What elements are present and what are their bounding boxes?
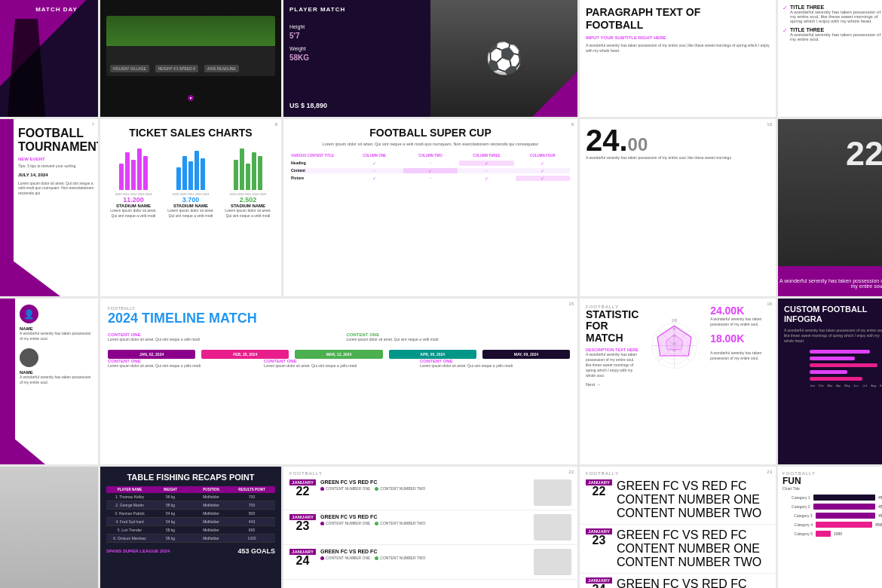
x-axis-labels: Jan Feb Mar Apr May Jun Jul Aug Sep xyxy=(784,384,882,387)
date-box-5: MAY, 09, 2024 xyxy=(482,350,570,359)
date-col-1: JANUARY 22 xyxy=(289,479,316,506)
row1-c4: ✓ xyxy=(459,161,513,166)
tl-item-2: FEB, 28, 2024 xyxy=(201,350,289,359)
timeline-content-top: CONTENT ONE Lorem ipsum dolor sit amet. … xyxy=(108,332,570,342)
table-head: PLAYER NAME WEIGHT POSITION RESULTS POIN… xyxy=(106,486,275,493)
bottom-text-3: Lorem ipsum dolor sit amet. Qui sint neq… xyxy=(420,363,570,369)
svg-text:100: 100 xyxy=(672,319,678,323)
player-info-1: HOLIDAY VILLAGE xyxy=(110,65,149,72)
dot-3-1 xyxy=(320,556,324,560)
match-inner: HOLIDAY VILLAGE HEIGHT 4'1 SPEED 8 AXIS … xyxy=(100,0,281,117)
dot-3-2 xyxy=(375,556,378,560)
match-info-2: GREEN FC VS RED FC CONTENT NUMBER ONE CO… xyxy=(320,514,529,541)
row3-c5: ✓ xyxy=(516,176,570,181)
day-3: 24 xyxy=(289,555,316,567)
player-number: 22 xyxy=(846,134,882,173)
row1-c3: - xyxy=(403,161,458,166)
statistic-cell: 16 FOOTBALLY STATISTIC FOR MATCH DESCRIP… xyxy=(580,299,776,464)
statistic-desc: A wonderful serenity has taken possessio… xyxy=(586,352,639,378)
day-2: 23 xyxy=(289,520,316,532)
player-stats: Height 5'7 Weight 58KG xyxy=(289,24,424,62)
league-info: SPANS SUPER LEAGUE 2024 xyxy=(106,549,170,553)
th-4: RESULTS POINT xyxy=(231,488,272,492)
bar-2-1 xyxy=(176,167,181,190)
dot-active: ▼ xyxy=(188,95,194,101)
date-col-2: JANUARY 23 xyxy=(289,514,316,541)
football-tournament-cell: 7 FOOTBALL TOURNAMENT NEW EVENT Tips: 3 … xyxy=(0,119,98,296)
table-row-2: 2. George Martin 58 kg Midfielder 700 xyxy=(106,501,275,510)
bar-1-1 xyxy=(119,164,124,190)
tournament-title: FOOTBALL TOURNAMENT xyxy=(18,127,94,153)
match-item-2: JANUARY 23 GREEN FC VS RED FC CONTENT NU… xyxy=(283,510,577,545)
match-item-6: JANUARY 24 GREEN FC VS RED FC xyxy=(580,574,776,588)
tournament-lorem: Lorem ipsum dolor sit amet. Qui sint neq… xyxy=(18,181,94,196)
profile-cell: 👤 NAME A wonderful serenity has taken po… xyxy=(0,299,98,464)
corner-desc: A wonderful serenity has taken possessio… xyxy=(778,278,882,289)
bullet-1-2: CONTENT NUMBER TWO xyxy=(375,486,425,491)
col-5: COLUMN FOUR xyxy=(516,154,570,158)
player-match-cell: PLAYER MATCH Height 5'7 Weight 58KG US $… xyxy=(283,0,577,117)
row3-c3: - xyxy=(403,176,458,181)
player-image-panel: ⚽ xyxy=(430,0,577,117)
statistic-left: FOOTBALLY STATISTIC FOR MATCH DESCRIPTIO… xyxy=(586,305,639,387)
stadium-desc-1: Lorem ipsum dolor sit amet. Qui sint neq… xyxy=(108,208,159,218)
page-num-16: 16 xyxy=(767,302,772,306)
player-stats-panel: PLAYER MATCH Height 5'7 Weight 58KG US $… xyxy=(283,0,430,117)
row2-c4: - xyxy=(459,168,513,173)
match-bullets-3: CONTENT NUMBER ONE CONTENT NUMBER TWO xyxy=(320,556,529,560)
radar-chart: 100 80 60 40 20 xyxy=(645,305,704,387)
match-schedule-cell-2: 23 FOOTBALLY JANUARY 22 GREEN FC VS RED … xyxy=(580,467,776,588)
bar-2-4 xyxy=(194,151,199,190)
bar-1-2 xyxy=(125,152,130,190)
h-bar-3 xyxy=(816,513,875,519)
infographic-inner: CUSTOM FOOTBALL INFOGRA A wonderful sere… xyxy=(778,299,882,394)
height-value: 5'7 xyxy=(289,32,424,40)
match-day-cell: MATCH DAY xyxy=(0,0,98,117)
weight-label: Weight xyxy=(289,46,424,51)
bar-2-5 xyxy=(201,158,205,190)
num-desc-1: A wonderful serenity has taken possessio… xyxy=(710,317,770,326)
row3-c4: ✓ xyxy=(459,176,513,181)
h-val-5: 1000 xyxy=(834,531,842,536)
match-item-4: JANUARY 22 GREEN FC VS RED FC CONTENT NU… xyxy=(580,476,776,525)
match-item-5: JANUARY 23 GREEN FC VS RED FC CONTENT NU… xyxy=(580,525,776,574)
chart-bars-3 xyxy=(222,145,274,190)
table-row-4: 4. Ford Syd hard 54 kg Midfielder 443 xyxy=(106,518,275,526)
player-info-3: AXIS DEADLINE xyxy=(204,65,239,72)
height-label: Height xyxy=(289,24,424,29)
big-num-2: 18.00K xyxy=(710,332,770,345)
col-1: VARIOUS CONTENT TITLE xyxy=(291,154,345,158)
bottom-3: CONTENT ONE Lorem ipsum dolor sit amet. … xyxy=(420,359,570,369)
match-img-2 xyxy=(534,514,571,541)
match-info-4: GREEN FC VS RED FC CONTENT NUMBER ONE CO… xyxy=(617,479,770,520)
h-val-1: 4500 xyxy=(878,495,882,500)
match-name-1: GREEN FC VS RED FC xyxy=(320,479,529,485)
bullet-1-1: CONTENT NUMBER ONE xyxy=(320,486,370,491)
row2-c3: ✓ xyxy=(403,168,458,173)
profile-desc-1: A wonderful serenity has taken possessio… xyxy=(20,331,94,341)
row1-c2: ✓ xyxy=(347,161,401,166)
bar-fill-2 xyxy=(810,357,855,360)
para-subtitle: INPUT YOUR SUBTITLE RIGHT HERE xyxy=(586,35,770,40)
ticket-sales-cell: 8 TICKET SALES CHARTS 2020 2021 2022 202… xyxy=(100,119,281,296)
chart-group-2: 2019 2020 2021 2022 2023 3.700 STADIUM N… xyxy=(165,145,216,218)
tl-item-3: MAR, 12, 2024 xyxy=(295,350,382,359)
match-info-1: GREEN FC VS RED FC CONTENT NUMBER ONE CO… xyxy=(320,479,529,506)
super-cup-desc: Lorem ipsum dolor sit amet. Qui sint neq… xyxy=(291,142,570,148)
th-2: WEIGHT xyxy=(150,488,191,492)
h-label-2: Category 2 xyxy=(782,504,810,509)
check-text-1: TITLE THREE A wonderful serenity has tak… xyxy=(790,5,882,23)
date-col-3: JANUARY 24 xyxy=(289,549,316,575)
chart-num-2: 3.700 xyxy=(165,196,216,204)
event-date: JULY 14, 2024 xyxy=(18,173,94,177)
date-box-1: JAN, 02, 2024 xyxy=(108,350,195,359)
match-bullets-2: CONTENT NUMBER ONE CONTENT NUMBER TWO xyxy=(320,521,529,525)
dot-1-1 xyxy=(320,487,324,491)
bullet-3-1: CONTENT NUMBER ONE xyxy=(320,556,370,560)
date-col-4: JANUARY 22 xyxy=(586,479,612,520)
next-button[interactable]: Next → xyxy=(586,382,639,387)
h-label-3: Category 3 xyxy=(782,513,813,518)
bar-1-3 xyxy=(131,160,136,190)
match-bullets-1: CONTENT NUMBER ONE CONTENT NUMBER TWO xyxy=(320,486,529,491)
h-val-2: 4500 xyxy=(878,504,882,509)
